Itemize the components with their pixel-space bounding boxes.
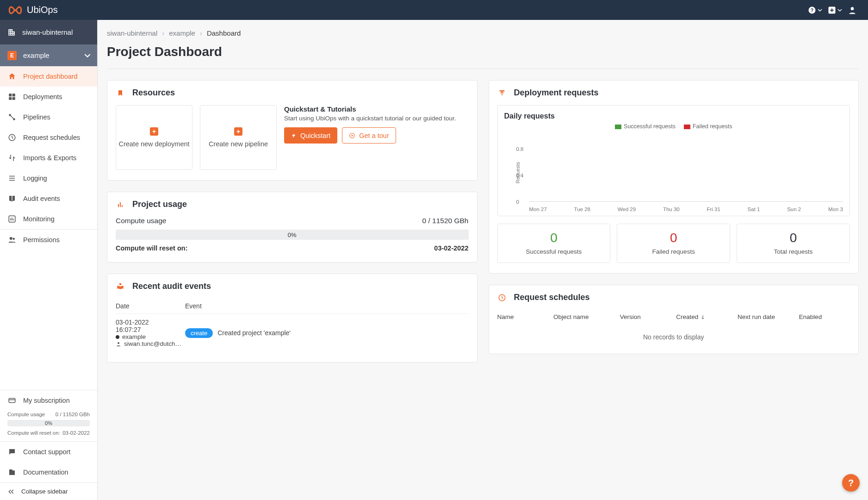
- book-icon: [7, 194, 17, 203]
- plus-icon: +: [234, 127, 242, 136]
- col-header-version[interactable]: Version: [620, 313, 676, 320]
- quickstart-button[interactable]: Quickstart: [284, 127, 337, 144]
- topbar: UbiOps ?: [0, 0, 868, 20]
- audit-table-row[interactable]: 03-01-202216:07:27 example siwan.tunc@du…: [116, 314, 469, 352]
- svg-point-8: [10, 237, 12, 240]
- reset-value: 03-02-2022: [62, 430, 90, 436]
- resources-card: Resources + Create new deployment + Crea…: [107, 80, 477, 181]
- create-pipeline-card[interactable]: + Create new pipeline: [200, 105, 277, 170]
- chart-title: Daily requests: [504, 112, 843, 120]
- audit-card: Recent audit events Date Event 03-01-202…: [107, 274, 477, 362]
- legend-label-success: Successful requests: [624, 123, 676, 130]
- col-header-date: Date: [116, 302, 185, 310]
- org-name: siwan-ubinternal: [22, 28, 73, 36]
- reset-label: Compute will reset on:: [7, 430, 60, 436]
- sidebar-item-monitoring[interactable]: Monitoring: [0, 209, 97, 229]
- sidebar-item-label: Logging: [23, 175, 47, 182]
- sidebar-subscription-summary: Compute usage0 / 11520 GBh 0% Compute wi…: [0, 411, 97, 437]
- breadcrumb-project[interactable]: example: [169, 29, 195, 37]
- compute-usage-bar: 0%: [116, 230, 469, 240]
- sidebar: siwan-ubinternal E example Project dashb…: [0, 20, 98, 500]
- chat-icon: [7, 448, 17, 456]
- upload-icon: [497, 89, 507, 97]
- project-selector[interactable]: E example: [0, 44, 97, 66]
- chevron-right-icon: ›: [162, 29, 164, 37]
- chart-box: Daily requests Successful requests Faile…: [497, 105, 850, 216]
- sidebar-item-deployments[interactable]: Deployments: [0, 87, 97, 107]
- sort-desc-icon: [700, 314, 706, 320]
- stat-label: Successful requests: [502, 248, 607, 255]
- legend-label-failed: Failed requests: [693, 123, 732, 130]
- add-menu[interactable]: [825, 4, 845, 16]
- chart-legend: Successful requests Failed requests: [504, 123, 843, 130]
- compute-usage-label: Compute usage: [116, 217, 166, 225]
- sidebar-item-label: Contact support: [23, 448, 70, 456]
- audit-text: Created project 'example': [217, 329, 291, 337]
- sidebar-item-schedules[interactable]: Request schedules: [0, 127, 97, 148]
- bolt-icon: [291, 132, 297, 139]
- compute-usage-label: Compute usage: [7, 412, 45, 417]
- logo-icon: [8, 6, 22, 15]
- sidebar-item-audit[interactable]: Audit events: [0, 188, 97, 209]
- brand-label: UbiOps: [27, 5, 58, 15]
- col-header-created[interactable]: Created: [676, 313, 738, 320]
- create-deployment-card[interactable]: + Create new deployment: [116, 105, 192, 170]
- sidebar-item-label: Permissions: [23, 236, 60, 244]
- swap-icon: [7, 154, 17, 162]
- quickstart-body: Start using UbiOps with a quickstart tut…: [284, 115, 469, 122]
- sidebar-item-imports[interactable]: Imports & Exports: [0, 148, 97, 168]
- col-header-event: Event: [185, 302, 469, 310]
- col-header-enabled[interactable]: Enabled: [799, 313, 850, 320]
- col-header-next[interactable]: Next run date: [738, 313, 799, 320]
- plus-box-icon: [828, 6, 836, 14]
- col-header-object[interactable]: Object name: [553, 313, 620, 320]
- building-icon: [7, 28, 16, 37]
- chevron-down-icon: [84, 52, 91, 59]
- stat-num: 0: [741, 231, 846, 245]
- project-name: example: [23, 51, 50, 59]
- stat-total: 0 Total requests: [737, 224, 850, 263]
- card-title-label: Request schedules: [514, 293, 590, 302]
- chart-xticks: Mon 27Tue 28Wed 29Thu 30Fri 31Sat 1Sun 2…: [529, 206, 843, 212]
- sidebar-item-permissions[interactable]: Permissions: [0, 230, 97, 250]
- svg-text:?: ?: [811, 7, 813, 12]
- sidebar-item-dashboard[interactable]: Project dashboard: [0, 66, 97, 87]
- schedules-card: Request schedules Name Object name Versi…: [489, 285, 859, 354]
- sidebar-item-pipelines[interactable]: Pipelines: [0, 107, 97, 127]
- sidebar-item-docs[interactable]: Documentation: [0, 462, 97, 482]
- stats-row: 0 Successful requests 0 Failed requests …: [497, 224, 850, 263]
- chevron-down-icon: [837, 8, 842, 12]
- sidebar-item-label: Request schedules: [23, 134, 80, 141]
- sidebar-item-contact[interactable]: Contact support: [0, 442, 97, 462]
- tour-button[interactable]: Get a tour: [342, 127, 396, 144]
- stat-label: Total requests: [741, 248, 846, 255]
- chart-ytick: 0: [516, 199, 519, 205]
- account-menu[interactable]: [845, 4, 860, 17]
- collapse-sidebar[interactable]: Collapse sidebar: [0, 482, 97, 500]
- reset-value: 03-02-2022: [434, 244, 468, 252]
- reset-label: Compute will reset on:: [116, 244, 188, 252]
- collapse-icon: [7, 488, 15, 495]
- help-menu[interactable]: ?: [805, 4, 825, 16]
- sidebar-item-label: Monitoring: [23, 215, 55, 223]
- requests-card: Deployment requests Daily requests Succe…: [489, 80, 859, 274]
- col-header-name[interactable]: Name: [497, 313, 554, 320]
- create-deployment-label: Create new deployment: [118, 140, 189, 148]
- audit-project: example: [122, 333, 146, 340]
- plus-icon: +: [150, 127, 158, 136]
- divider: [107, 69, 859, 69]
- help-fab[interactable]: ?: [842, 474, 860, 492]
- collapse-label: Collapse sidebar: [21, 488, 68, 495]
- sidebar-item-label: My subscription: [23, 397, 70, 404]
- brand-logo[interactable]: UbiOps: [8, 5, 58, 15]
- page-title: Project Dashboard: [107, 44, 859, 59]
- card-title-label: Project usage: [132, 200, 187, 209]
- breadcrumb-org[interactable]: siwan-ubinternal: [107, 29, 157, 37]
- quickstart-title: Quickstart & Tutorials: [284, 105, 469, 113]
- play-circle-icon: [349, 132, 355, 139]
- sidebar-item-label: Pipelines: [23, 113, 50, 121]
- sidebar-item-logging[interactable]: Logging: [0, 168, 97, 188]
- org-selector[interactable]: siwan-ubinternal: [0, 20, 97, 44]
- sidebar-item-subscription[interactable]: My subscription: [0, 390, 97, 411]
- help-icon: ?: [808, 6, 816, 14]
